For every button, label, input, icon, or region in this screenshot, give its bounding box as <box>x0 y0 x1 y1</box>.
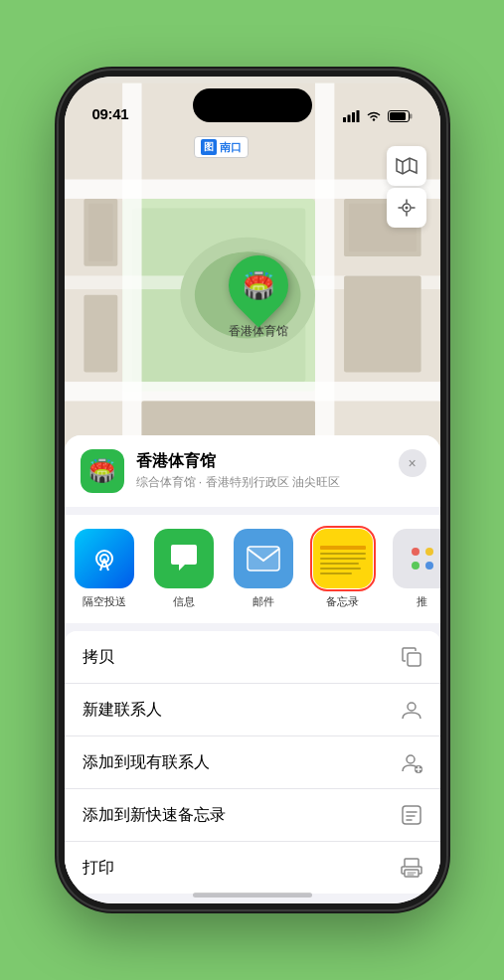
share-item-more[interactable]: 推 <box>383 529 440 609</box>
share-row: 隔空投送 信息 <box>65 515 440 623</box>
add-existing-label: 添加到现有联系人 <box>83 752 210 773</box>
svg-rect-3 <box>356 110 359 122</box>
airdrop-label: 隔空投送 <box>83 594 126 609</box>
share-item-messages[interactable]: 信息 <box>144 529 224 609</box>
marker-stadium-icon: 🏟️ <box>243 270 274 301</box>
action-add-existing[interactable]: 添加到现有联系人 <box>65 736 440 789</box>
action-print[interactable]: 打印 <box>65 842 440 894</box>
wifi-icon <box>366 110 382 122</box>
mail-label: 邮件 <box>252 594 274 609</box>
svg-point-36 <box>412 562 420 570</box>
svg-rect-0 <box>343 117 346 122</box>
svg-rect-44 <box>403 806 420 824</box>
map-label-icon: 图 <box>201 139 217 155</box>
svg-point-37 <box>425 562 433 570</box>
add-existing-icon <box>401 751 422 773</box>
svg-rect-32 <box>248 547 279 571</box>
home-indicator <box>193 893 312 898</box>
location-icon <box>398 199 416 217</box>
status-icons <box>343 110 413 122</box>
bottom-sheet: 🏟️ 香港体育馆 综合体育馆 · 香港特别行政区 油尖旺区 × <box>65 435 440 903</box>
more-icon <box>393 529 440 588</box>
svg-point-34 <box>412 548 420 556</box>
status-time: 09:41 <box>92 105 129 122</box>
messages-label: 信息 <box>173 594 195 609</box>
stadium-marker: 🏟️ 香港体育馆 <box>229 255 288 340</box>
notes-line-1 <box>320 553 366 555</box>
venue-text: 香港体育馆 综合体育馆 · 香港特别行政区 油尖旺区 <box>136 451 424 491</box>
venue-name: 香港体育馆 <box>136 451 424 472</box>
svg-rect-10 <box>65 180 440 199</box>
new-contact-icon <box>401 699 422 721</box>
map-type-button[interactable] <box>387 146 426 186</box>
battery-icon <box>388 110 413 122</box>
print-label: 打印 <box>83 858 114 879</box>
close-button[interactable]: × <box>399 449 426 477</box>
mail-svg <box>246 545 281 572</box>
svg-rect-38 <box>408 653 420 666</box>
map-icon <box>396 157 418 175</box>
svg-rect-16 <box>88 204 112 261</box>
notes-label: 备忘录 <box>326 594 359 609</box>
more-label: 推 <box>417 594 427 609</box>
notes-line-2 <box>320 558 366 560</box>
notes-title-line <box>320 546 366 550</box>
notes-app-icon <box>313 529 373 588</box>
action-list: 拷贝 新建联系人 添加到现有联系人 <box>65 631 440 894</box>
notes-line-4 <box>320 568 361 570</box>
svg-rect-1 <box>347 115 350 123</box>
svg-rect-48 <box>405 859 419 867</box>
notes-content <box>313 538 373 580</box>
svg-point-35 <box>425 548 433 556</box>
action-copy[interactable]: 拷贝 <box>65 631 440 684</box>
svg-point-40 <box>407 755 415 763</box>
svg-rect-19 <box>344 275 421 372</box>
share-item-airdrop[interactable]: 隔空投送 <box>65 529 144 609</box>
venue-subtitle: 综合体育馆 · 香港特别行政区 油尖旺区 <box>136 474 424 491</box>
svg-rect-11 <box>65 382 440 401</box>
new-contact-label: 新建联系人 <box>83 700 162 721</box>
messages-svg <box>167 543 201 574</box>
svg-rect-2 <box>352 112 355 122</box>
copy-label: 拷贝 <box>83 647 114 668</box>
venue-emoji-icon: 🏟️ <box>88 458 115 484</box>
airdrop-icon <box>75 529 134 588</box>
action-new-contact[interactable]: 新建联系人 <box>65 684 440 736</box>
svg-rect-5 <box>410 114 413 119</box>
map-label: 图 南口 <box>194 136 249 158</box>
notes-line-3 <box>320 563 359 565</box>
messages-icon <box>154 529 214 588</box>
svg-rect-20 <box>84 295 117 373</box>
svg-rect-6 <box>390 112 406 120</box>
marker-pin: 🏟️ <box>216 244 300 328</box>
phone-frame: 09:41 <box>59 71 446 909</box>
signal-icon <box>343 110 360 122</box>
airdrop-svg <box>88 543 120 574</box>
map-label-text: 南口 <box>220 140 242 155</box>
share-item-notes[interactable]: 备忘录 <box>303 529 383 609</box>
location-button[interactable] <box>387 188 426 228</box>
notes-line-5 <box>320 572 352 574</box>
quick-note-label: 添加到新快速备忘录 <box>83 805 226 826</box>
venue-header: 🏟️ 香港体育馆 综合体育馆 · 香港特别行政区 油尖旺区 × <box>65 435 440 507</box>
venue-icon: 🏟️ <box>81 449 124 493</box>
map-controls <box>387 146 426 228</box>
phone-screen: 09:41 <box>65 77 440 903</box>
copy-icon <box>401 646 422 668</box>
svg-point-27 <box>405 207 408 210</box>
quick-note-icon <box>401 804 422 826</box>
action-quick-note[interactable]: 添加到新快速备忘录 <box>65 789 440 842</box>
dynamic-island <box>193 88 312 122</box>
svg-point-39 <box>408 703 416 711</box>
print-icon <box>401 857 422 879</box>
mail-icon <box>234 529 293 588</box>
share-item-mail[interactable]: 邮件 <box>224 529 303 609</box>
more-apps-svg <box>408 544 437 573</box>
